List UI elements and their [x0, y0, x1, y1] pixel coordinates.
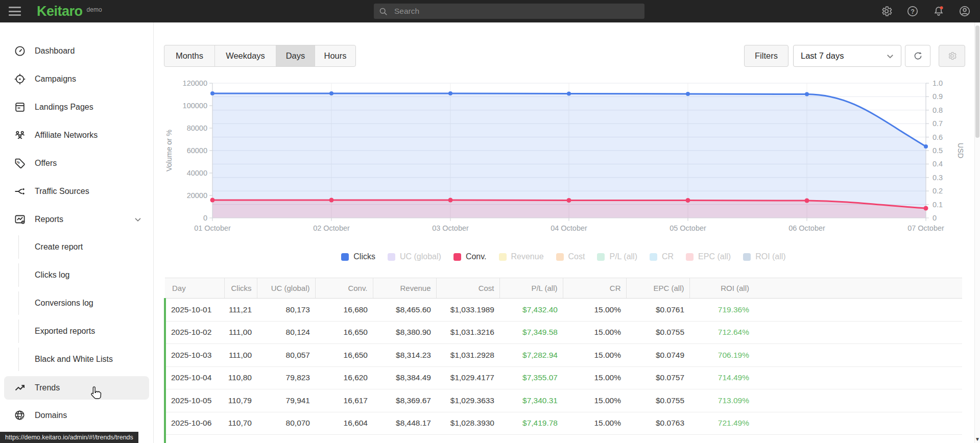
sidebar-item-landings-pages[interactable]: Landings Pages — [0, 95, 153, 119]
col-header-clicks[interactable]: Clicks — [224, 278, 257, 299]
svg-text:0.7: 0.7 — [933, 119, 943, 128]
hamburger-menu-icon[interactable] — [9, 7, 21, 16]
sidebar-item-create-report[interactable]: Create report — [18, 235, 154, 259]
cell-filler — [754, 366, 962, 389]
col-header-epc-all[interactable]: EPC (all) — [626, 278, 689, 299]
sidebar-item-clicks-log[interactable]: Clicks log — [18, 263, 154, 287]
notifications-bell-icon[interactable] — [933, 5, 945, 17]
tab-weekdays[interactable]: Weekdays — [215, 45, 276, 66]
reports-chart-icon — [14, 213, 26, 226]
cell-pl: $496.01 — [499, 435, 563, 443]
cell-filler — [754, 321, 962, 344]
legend-swatch — [597, 253, 605, 261]
tab-days[interactable]: Days — [276, 45, 315, 66]
sidebar-item-offers[interactable]: $ Offers — [0, 152, 153, 175]
cell-uc: 79,823 — [257, 366, 315, 389]
scrollbar-down-arrow-icon[interactable]: ▼ — [975, 436, 980, 442]
account-icon[interactable] — [959, 5, 971, 17]
cell-day: 2025-10-03 — [165, 344, 224, 367]
legend-item-cost[interactable]: Cost — [556, 252, 585, 261]
col-header-cost[interactable]: Cost — [436, 278, 499, 299]
help-icon[interactable]: ? — [906, 5, 919, 17]
sidebar-item-domains[interactable]: Domains — [0, 404, 153, 427]
sidebar: Dashboard Campaigns Landings Pages Affil… — [0, 22, 154, 443]
legend-item-clicks[interactable]: Clicks — [341, 252, 375, 261]
scrollbar[interactable]: ▼ — [974, 22, 980, 443]
sidebar-item-campaigns[interactable]: Campaigns — [0, 67, 153, 91]
cell-cr: 15.00% — [563, 344, 626, 367]
cell-pl: $7,419.78 — [499, 412, 563, 435]
chart-settings-button[interactable] — [939, 45, 965, 67]
table-row[interactable]: 2025-10-03 111,00 80,057 16,650 $8,314.2… — [165, 344, 962, 367]
legend-item-conv[interactable]: Conv. — [453, 252, 487, 261]
cell-uc: 79,941 — [257, 389, 315, 412]
scrollbar-thumb[interactable] — [975, 26, 979, 138]
cell-filler — [754, 344, 962, 367]
cell-pl: $7,340.31 — [499, 389, 563, 412]
cell-revenue: $8,369.67 — [373, 389, 436, 412]
cell-uc: 80,070 — [257, 412, 315, 435]
landings-document-icon — [14, 101, 26, 113]
table-row-partial[interactable]: 2025-10-07 11,46 11,477 2,449 $1,233.34 … — [165, 435, 962, 443]
col-header-day[interactable]: Day — [165, 278, 224, 299]
legend-item-roi-all[interactable]: ROI (all) — [743, 252, 786, 261]
cell-revenue: $8,448.17 — [373, 412, 436, 435]
refresh-button[interactable] — [905, 45, 930, 67]
sidebar-item-black-and-white-lists[interactable]: Black and White Lists — [18, 348, 154, 371]
date-range-select[interactable]: Last 7 days — [793, 45, 901, 67]
legend-item-cr[interactable]: CR — [650, 252, 674, 261]
col-header-conv[interactable]: Conv. — [315, 278, 373, 299]
cell-clicks: 111,21 — [224, 299, 257, 322]
cell-filler — [754, 435, 962, 443]
table-row[interactable]: 2025-10-02 111,00 80,124 16,650 $8,380.9… — [165, 321, 962, 344]
table-row[interactable]: 2025-10-06 110,70 80,070 16,604 $8,448.1… — [165, 412, 962, 435]
legend-item-epc-all[interactable]: EPC (all) — [686, 252, 731, 261]
cell-clicks: 111,00 — [224, 344, 257, 367]
chevron-down-icon — [133, 214, 143, 225]
sidebar-item-traffic-sources[interactable]: Traffic Sources — [0, 180, 153, 203]
col-header-cr[interactable]: CR — [563, 278, 626, 299]
trends-line-chart[interactable]: 0 20000 40000 60000 80000 100000 120000 … — [163, 71, 970, 240]
keitaro-trends-page: Keitaro demo ? Dashboard — [0, 0, 980, 443]
sidebar-item-exported-reports[interactable]: Exported reports — [18, 319, 154, 343]
tab-months[interactable]: Months — [164, 45, 215, 66]
left-axis-labels: 0 20000 40000 60000 80000 100000 120000 — [183, 79, 207, 222]
cell-filler — [754, 412, 962, 435]
cell-pl: $7,349.58 — [499, 321, 563, 344]
table-row[interactable]: 2025-10-05 110,79 79,941 16,617 $8,369.6… — [165, 389, 962, 412]
sidebar-item-trends[interactable]: Trends — [4, 376, 149, 400]
sidebar-item-label: Dashboard — [35, 46, 75, 56]
filters-button[interactable]: Filters — [744, 45, 788, 67]
legend-label: EPC (all) — [698, 252, 731, 261]
legend-item-revenue[interactable]: Revenue — [499, 252, 544, 261]
tab-hours[interactable]: Hours — [315, 45, 355, 66]
col-header-uc-global[interactable]: UC (global) — [257, 278, 315, 299]
notification-dot — [940, 6, 943, 9]
table-row[interactable]: 2025-10-04 110,80 79,823 16,620 $8,384.4… — [165, 366, 962, 389]
legend-label: UC (global) — [400, 252, 441, 261]
legend-swatch — [650, 253, 657, 261]
col-header-pl-all[interactable]: P/L (all) — [499, 278, 563, 299]
svg-text:0.8: 0.8 — [933, 106, 943, 114]
sidebar-item-affiliate-networks[interactable]: Affiliate Networks — [0, 124, 153, 147]
cell-epc: $0.0761 — [626, 299, 689, 322]
col-header-revenue[interactable]: Revenue — [373, 278, 436, 299]
cell-cost: $1,029.4177 — [436, 366, 499, 389]
cell-roi: 719.36% — [689, 299, 754, 322]
sidebar-item-reports[interactable]: Reports — [0, 208, 153, 231]
cell-epc: $0.0757 — [626, 366, 689, 389]
settings-gear-icon[interactable] — [880, 5, 893, 17]
sidebar-item-conversions-log[interactable]: Conversions log — [18, 291, 154, 315]
brand-badge: demo — [87, 6, 102, 13]
svg-text:02 October: 02 October — [313, 224, 350, 232]
legend-item-uc-global[interactable]: UC (global) — [388, 252, 441, 261]
col-header-roi-all[interactable]: ROI (all) — [689, 278, 754, 299]
cell-cr: 15.00% — [563, 299, 626, 322]
cell-roi: 706.19% — [689, 344, 754, 367]
sidebar-item-dashboard[interactable]: Dashboard — [0, 39, 153, 63]
svg-text:0.4: 0.4 — [933, 160, 943, 168]
legend-item-pl-all[interactable]: P/L (all) — [597, 252, 637, 261]
cell-conv: 16,617 — [315, 389, 373, 412]
table-row[interactable]: 2025-10-01 111,21 80,173 16,680 $8,465.6… — [165, 299, 962, 322]
search-input[interactable] — [374, 4, 644, 19]
